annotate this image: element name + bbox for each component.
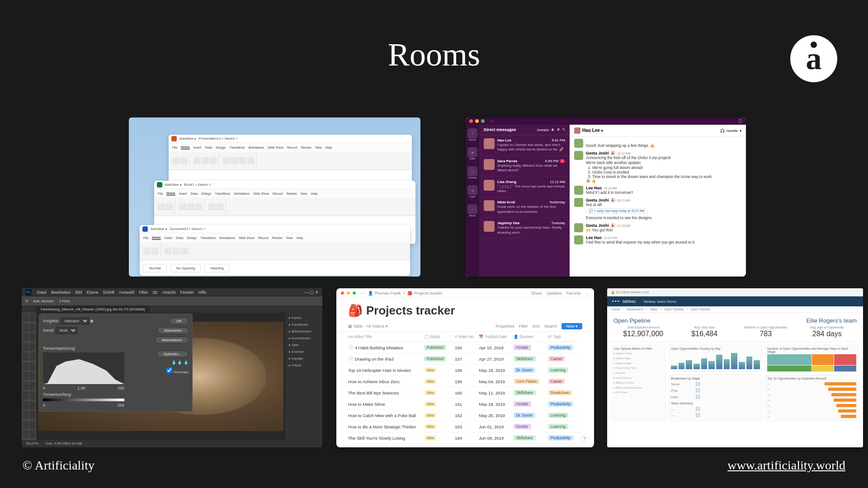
panel-tab[interactable]: ▸ Pfade [287,362,321,369]
ribbon-tab[interactable]: View [315,146,322,149]
tool[interactable] [23,352,28,361]
table-row[interactable]: 📄 4 Habit-Building MistakesPublished156A… [348,342,582,353]
more-icon[interactable]: ⋯ [467,204,477,214]
filter-action[interactable]: Filter [519,324,528,328]
ribbon-tab[interactable]: Review [272,236,283,239]
breadcrumb[interactable]: Sales [650,308,658,311]
tool[interactable] [29,314,35,322]
ribbon-tab[interactable]: Help [311,192,317,195]
huddle-icon[interactable]: 🎧 [720,129,725,133]
dm-item[interactable]: Lisa Zhang11:12 AM¯\_(ツ)_/¯ The boss had… [479,177,570,197]
ribbon-tab[interactable]: View [286,236,293,239]
cancel-button[interactable]: Abbrechen [157,327,189,334]
channel-select[interactable]: RGB [56,327,77,334]
help-icon[interactable]: ⓘ [738,118,742,124]
dm-item[interactable]: Jagdeep DasTuesdayThanks for your partne… [479,218,570,239]
ribbon-tab[interactable]: View [301,192,307,195]
word-style[interactable]: No Spacing [170,264,201,272]
table-row[interactable]: Top 10 Helicopter Hats in MoviesIdea158M… [348,365,582,376]
top-action[interactable]: Share [531,291,542,296]
table-row[interactable]: The Best Bill Nye SneezesIdea160May 11, … [348,387,582,399]
new-button[interactable]: New ▾ [561,323,582,329]
tool[interactable] [23,391,28,399]
word-style[interactable]: Heading [204,264,230,272]
ribbon-tab[interactable]: Draw [205,146,212,149]
ribbon-tab[interactable]: Design [216,146,226,149]
tool[interactable] [23,421,28,429]
sort-action[interactable]: Sort [532,324,540,328]
ribbon-tab[interactable]: Record [273,192,283,195]
breadcrumb[interactable]: Department [627,308,643,311]
ribbon-tab[interactable]: Home [152,236,160,240]
ribbon-tab[interactable]: Transitions [215,192,230,195]
tool[interactable] [29,411,35,419]
tool[interactable] [23,324,28,332]
stage-treemap[interactable]: Number of Open Opportunities and Average… [765,345,859,372]
ribbon-tab[interactable]: Insert [165,236,173,239]
activity-icon[interactable]: ⏍ [467,166,477,176]
tool[interactable] [23,411,28,419]
filter-panel[interactable]: Use Options Below to Filter ▸ Select Own… [612,345,666,421]
panel-tab[interactable]: ▸ Bibliotheken [287,328,321,335]
tool[interactable] [23,362,28,371]
ok-button[interactable]: OK [170,318,189,324]
dm-item[interactable]: Hao Lee5:41 PMI spoke to Carmen last wee… [479,135,570,156]
ribbon-tab[interactable]: Record [258,236,269,239]
properties-action[interactable]: Properties [495,324,514,328]
ribbon-tab[interactable]: Transitions [229,146,245,149]
word-style[interactable]: Normal [143,264,167,272]
tool[interactable] [29,401,35,409]
auto-button[interactable]: Automatisch [155,337,189,343]
ribbon-tab[interactable]: Design [187,236,197,239]
ribbon-tab[interactable]: Draw [176,236,183,239]
menu-item[interactable]: Bearbeiten [51,290,71,295]
footer-url[interactable]: www.artificiality.world [727,458,845,473]
column-header[interactable]: 📅 Publish Date [479,334,513,339]
closing-chart[interactable]: Open Opportunities Closing by Day [669,345,762,372]
menu-item[interactable]: Hilfe [198,290,207,295]
dm-item[interactable]: Nikki KrollYesterdayGreat work on the re… [479,197,570,218]
top10-panel[interactable]: Top 10 Opportunities by Expected Amount … [765,375,859,421]
menu-item[interactable]: Filter [139,290,148,295]
menu-item[interactable]: Datei [37,290,47,295]
ps-toolbox[interactable] [22,313,36,440]
team-summary[interactable]: Breakdown by Stage Tanner Priya Dana Tea… [669,375,762,421]
tool[interactable] [29,430,35,438]
output-slider[interactable] [43,399,124,401]
breadcrumb[interactable]: Open Pipeline [690,308,710,311]
column-header[interactable]: 👤 Sponsor [514,334,548,339]
top-action[interactable]: … [585,291,590,296]
tool[interactable] [29,333,35,341]
ribbon-tab[interactable]: Help [297,236,303,239]
compose-icon[interactable]: ✎ [562,128,565,131]
top-action[interactable]: Updates [547,291,562,296]
dm-item[interactable]: Sara Parras4:45 PM 1Anything really diff… [479,156,570,177]
menu-item[interactable]: 3D [152,290,158,295]
help-button[interactable]: ? [580,435,589,443]
table-row[interactable]: How to Make SlimeIdea161May 18, 2019Fend… [348,399,582,410]
ribbon-tab[interactable]: Design [202,192,212,195]
tool[interactable] [23,382,28,390]
menu-item[interactable]: Auswahl [119,290,134,295]
filter-icon[interactable]: ⚙ [557,128,560,131]
ribbon-tab[interactable]: Slide Show [268,146,283,149]
ribbon-tab[interactable]: Home [166,192,175,196]
ribbon-tab[interactable]: Record [287,146,297,149]
ribbon-tab[interactable]: Animations [234,192,250,195]
menu-item[interactable]: Fenster [180,290,194,295]
breadcrumb[interactable]: Open Pipeline [664,308,684,311]
menu-item[interactable]: Ansicht [162,290,176,295]
tool[interactable] [29,324,35,332]
preset-select[interactable]: Standard [61,318,89,324]
ribbon-tab[interactable]: Slide Show [239,236,255,239]
tool[interactable] [23,333,28,341]
ribbon-tab[interactable]: Insert [179,192,187,195]
later-icon[interactable]: ◷ [467,185,477,195]
panel-tab[interactable]: ▸ Korrekturen [287,335,321,342]
tool[interactable] [29,343,35,351]
tool[interactable] [23,314,28,322]
tool[interactable] [23,401,28,409]
ribbon-tab[interactable]: Animations [248,146,264,149]
ribbon-tab[interactable]: Animations [219,236,235,239]
tool[interactable] [23,430,28,438]
